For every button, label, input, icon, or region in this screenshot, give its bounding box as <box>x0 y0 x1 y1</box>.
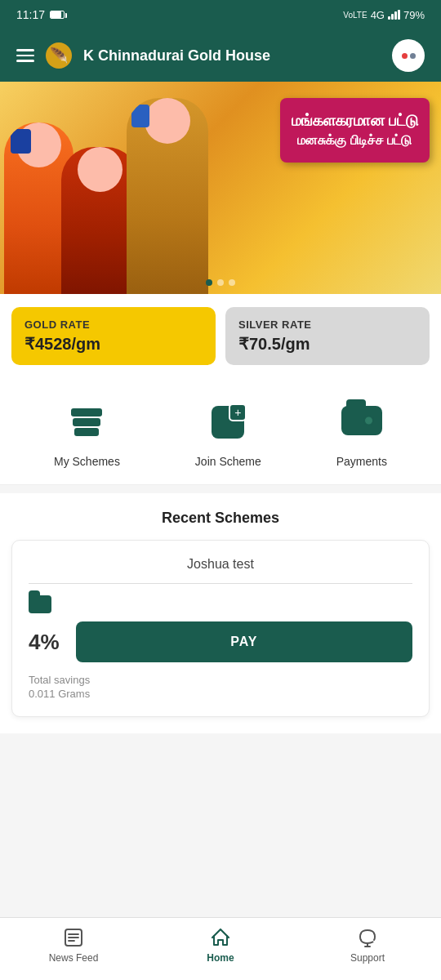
support-icon-svg <box>357 927 378 948</box>
join-icon-wrapper: + <box>207 402 248 443</box>
wallet-body <box>341 406 382 435</box>
banner-dot-3[interactable] <box>229 279 235 286</box>
support-icon <box>356 926 379 949</box>
banner-text-box: மங்களகரமான பட்டு மனசுக்கு பிடிச்ச பட்டு <box>280 98 430 163</box>
banner-line1: மங்களகரமான பட்டு <box>292 111 418 131</box>
home-icon <box>209 926 232 949</box>
app-title: K Chinnadurai Gold House <box>83 47 381 65</box>
signal-icon <box>388 10 400 20</box>
gold-rate-label: GOLD RATE <box>24 318 203 331</box>
silver-rate-card: SILVER RATE ₹70.5/gm <box>225 307 430 365</box>
banner-women-illustration <box>0 90 229 294</box>
nav-home[interactable]: Home <box>188 926 253 964</box>
nav-news-feed[interactable]: News Feed <box>41 926 106 964</box>
status-right-block: VoLTE 4G 79% <box>343 9 425 21</box>
silver-rate-value: ₹70.5/gm <box>238 334 416 354</box>
status-time: 11:17 <box>16 8 45 21</box>
scheme-icon-row <box>29 595 412 613</box>
payments-action[interactable]: Payments <box>336 398 387 468</box>
bottom-navigation: News Feed Home Support <box>0 917 441 980</box>
wallet-top <box>346 399 366 407</box>
logo-icon: 🪶 <box>50 47 68 65</box>
join-scheme-label: Join Scheme <box>195 455 261 468</box>
pay-button[interactable]: PAY <box>76 621 412 662</box>
join-plus-badge: + <box>229 403 247 421</box>
join-scheme-action[interactable]: + Join Scheme <box>195 398 261 468</box>
scheme-percent: 4% <box>29 630 60 655</box>
battery-icon <box>50 11 65 19</box>
hamburger-menu-button[interactable] <box>16 49 34 62</box>
silver-rate-label: SILVER RATE <box>238 318 416 331</box>
battery-percent: 79% <box>403 9 425 21</box>
news-feed-label: News Feed <box>49 952 99 964</box>
support-label: Support <box>350 952 385 964</box>
volte-label: VoLTE <box>343 11 367 20</box>
avatar-dot-gray <box>410 53 416 59</box>
woman-silhouette-3 <box>127 98 208 294</box>
banner-dot-2[interactable] <box>217 279 224 286</box>
news-icon-svg <box>63 927 84 948</box>
avatar-dot-red <box>402 53 408 59</box>
promotional-banner: மங்களகரமான பட்டு மனசுக்கு பிடிச்ச பட்டு <box>0 82 441 294</box>
status-time-block: 11:17 <box>16 8 65 21</box>
news-feed-icon <box>62 926 85 949</box>
app-header: 🪶 K Chinnadurai Gold House <box>0 29 441 82</box>
wallet-circle <box>363 416 374 426</box>
scheme-progress-row: 4% PAY <box>29 621 412 662</box>
my-schemes-label: My Schemes <box>54 455 120 468</box>
user-avatar[interactable] <box>392 39 425 72</box>
recent-schemes-title: Recent Schemes <box>0 510 441 527</box>
my-schemes-icon <box>62 398 111 447</box>
my-schemes-action[interactable]: My Schemes <box>54 398 120 468</box>
banner-line2: மனசுக்கு பிடிச்ச பட்டு <box>292 131 418 149</box>
rates-section: GOLD RATE ₹4528/gm SILVER RATE ₹70.5/gm <box>0 294 441 378</box>
scheme-folder-icon <box>29 595 51 613</box>
banner-dot-1[interactable] <box>206 279 212 286</box>
scheme-savings-value: 0.011 Grams <box>29 688 412 700</box>
wallet-icon-wrapper <box>341 406 382 439</box>
app-logo: 🪶 <box>46 42 72 69</box>
payments-icon <box>337 398 386 447</box>
home-icon-svg <box>209 926 232 949</box>
payments-label: Payments <box>336 455 387 468</box>
join-scheme-icon: + <box>203 398 252 447</box>
gold-rate-card: GOLD RATE ₹4528/gm <box>11 307 216 365</box>
gold-rate-value: ₹4528/gm <box>24 334 203 354</box>
banner-pagination <box>206 279 235 286</box>
scheme-name: Joshua test <box>29 557 412 584</box>
signal-strength: 4G <box>371 9 385 21</box>
scheme-savings-label: Total savings <box>29 674 412 686</box>
status-bar: 11:17 VoLTE 4G 79% <box>0 0 441 29</box>
scheme-card: Joshua test 4% PAY Total savings 0.011 G… <box>11 540 430 717</box>
recent-schemes-section: Recent Schemes Joshua test 4% PAY Total … <box>0 493 441 733</box>
nav-support[interactable]: Support <box>335 926 400 964</box>
quick-actions: My Schemes + Join Scheme Payments <box>0 378 441 485</box>
home-label: Home <box>207 952 234 964</box>
layers-icon <box>71 408 102 436</box>
